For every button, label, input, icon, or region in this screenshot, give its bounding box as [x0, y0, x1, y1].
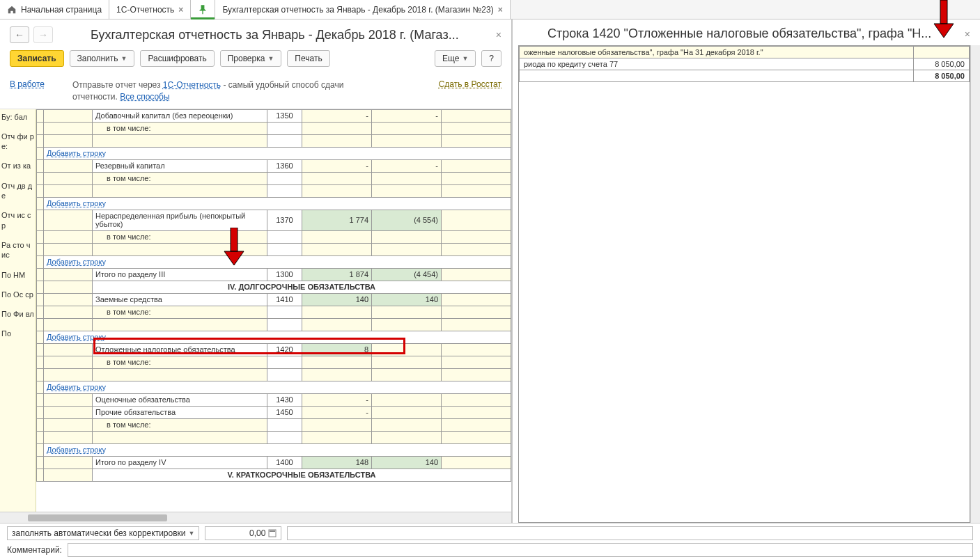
left-pane: ← → Бухгалтерская отчетность за Январь -… — [0, 19, 513, 523]
tab-home-label: Начальная страница — [21, 5, 102, 15]
row-1420-label[interactable]: Отложенные налоговые обязательства — [93, 343, 267, 356]
print-button[interactable]: Печать — [287, 50, 329, 67]
link-all-ways[interactable]: Все способы — [120, 92, 170, 102]
add-row-link[interactable]: Добавить строку — [47, 383, 106, 391]
tab-report-2018[interactable]: Бухгалтерская отчетность за Январь - Дек… — [215, 0, 510, 19]
nav-back-button[interactable]: ← — [10, 26, 29, 43]
calculator-icon — [268, 529, 277, 537]
bottom-bar: заполнять автоматически без корректировк… — [0, 523, 980, 559]
link-1c-report[interactable]: 1С-Отчетность — [163, 80, 221, 90]
nav-forward-button[interactable]: → — [33, 26, 53, 43]
more-button[interactable]: Еще▼ — [435, 50, 476, 67]
home-icon — [7, 5, 17, 15]
tab-1c-label: 1С-Отчетность — [116, 5, 174, 15]
tab-1c-report[interactable]: 1С-Отчетность × — [109, 0, 191, 19]
tabs-bar: Начальная страница 1С-Отчетность × Бухга… — [0, 0, 980, 19]
detail-header: оженные налоговые обязательства", графа … — [520, 47, 914, 58]
add-row-link[interactable]: Добавить строку — [47, 199, 106, 207]
add-row-link[interactable]: Добавить строку — [47, 446, 106, 454]
detail-row-label[interactable]: риода по кредиту счета 77 — [520, 58, 914, 70]
report-grid[interactable]: Добавочный капитал (без переоценки)1350-… — [36, 109, 511, 512]
right-pane-title: Строка 1420 "Отложенные налоговые обязат… — [547, 26, 931, 41]
report-sections-sidebar[interactable]: Бу: бал Отч фи ре: От из ка Отч дв де От… — [0, 109, 36, 512]
tab-home[interactable]: Начальная страница — [0, 0, 109, 19]
chevron-down-icon: ▼ — [462, 55, 468, 62]
fill-button[interactable]: Заполнить▼ — [70, 50, 135, 67]
status-link[interactable]: В работе — [10, 79, 45, 89]
left-pane-title: Бухгалтерская отчетность за Январь - Дек… — [91, 28, 459, 42]
right-pane: Строка 1420 "Отложенные налоговые обязат… — [513, 19, 980, 523]
horizontal-scrollbar[interactable] — [0, 512, 511, 523]
help-button[interactable]: ? — [481, 50, 501, 67]
chevron-down-icon: ▼ — [267, 55, 274, 62]
pin-icon — [198, 5, 208, 15]
check-button[interactable]: Проверка▼ — [220, 50, 282, 67]
chevron-down-icon: ▼ — [121, 55, 127, 62]
detail-total: 8 050,00 — [914, 70, 970, 82]
close-pane-button[interactable]: × — [965, 29, 970, 40]
amount-field[interactable]: 0,00 — [205, 526, 281, 540]
add-row-link[interactable]: Добавить строку — [47, 333, 106, 341]
close-pane-button[interactable]: × — [496, 29, 501, 40]
tab-report-label: Бухгалтерская отчетность за Январь - Дек… — [222, 5, 493, 15]
detail-grid[interactable]: оженные налоговые обязательства", графа … — [518, 45, 970, 523]
left-toolbar: Записать Заполнить▼ Расшифровать Проверк… — [0, 47, 511, 74]
add-row-link[interactable]: Добавить строку — [47, 258, 106, 266]
close-icon[interactable]: × — [498, 5, 503, 15]
extra-field[interactable] — [287, 526, 973, 540]
info-text: Отправьте отчет через 1С-Отчетность - са… — [72, 79, 379, 103]
decode-button[interactable]: Расшифровать — [140, 50, 214, 67]
fill-mode-combo[interactable]: заполнять автоматически без корректировк… — [7, 526, 199, 540]
chevron-down-icon: ▼ — [189, 530, 195, 537]
row-1420-value[interactable]: 8 — [302, 343, 372, 356]
comment-label: Комментарий: — [7, 545, 62, 555]
save-button[interactable]: Записать — [10, 50, 64, 67]
vertical-scrollbar[interactable] — [970, 45, 980, 523]
svg-rect-9 — [270, 530, 275, 532]
close-icon[interactable]: × — [178, 5, 183, 15]
comment-field[interactable] — [68, 543, 973, 557]
add-row-link[interactable]: Добавить строку — [47, 149, 106, 157]
rosstat-link[interactable]: Сдать в Росстат — [439, 79, 501, 89]
tab-pinned[interactable] — [191, 0, 215, 19]
detail-row-value: 8 050,00 — [914, 58, 970, 70]
